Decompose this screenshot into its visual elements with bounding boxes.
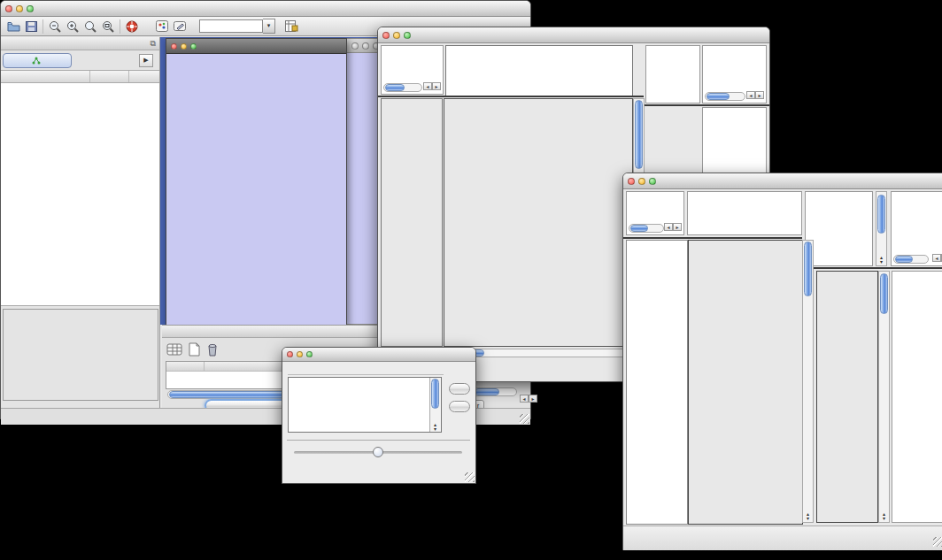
tv2-zoom-heatmap[interactable] [816, 271, 878, 523]
birdseye-view[interactable] [3, 309, 158, 401]
dialog-titlebar[interactable] [282, 348, 475, 362]
network-table [1, 83, 159, 138]
tv2-view-status-title [627, 192, 683, 194]
zoom-button[interactable] [404, 32, 411, 39]
tv1-usage-hints-panel: ◂▸ [702, 45, 767, 104]
dialog-resize-grip[interactable] [465, 472, 475, 482]
control-panel: ⧉ ▶ [1, 37, 160, 408]
tv1-column-dendrogram[interactable] [445, 45, 633, 96]
zoom-selected-icon[interactable] [81, 19, 99, 35]
slider-thumb[interactable] [373, 447, 383, 457]
zoom-in-icon[interactable] [64, 19, 81, 35]
data-col-id[interactable] [166, 362, 205, 371]
tv1-row-dendrogram[interactable] [381, 98, 443, 347]
attribute-listbox: ▴▾ [288, 377, 442, 433]
tv1-heatmap[interactable] [444, 98, 633, 347]
network-view-canvas[interactable] [166, 54, 344, 324]
map-colors-dialog: ▴▾ [282, 347, 476, 484]
tv2-usage-hints-panel: ◂▸ [891, 191, 942, 266]
close-button[interactable] [5, 5, 12, 12]
tv2-heatmap[interactable] [688, 240, 803, 525]
tv2-column-tree-area[interactable] [687, 191, 802, 235]
zoom-button[interactable] [190, 43, 197, 50]
search-dropdown-button[interactable]: ▾ [263, 19, 275, 34]
window-resize-grip[interactable] [520, 414, 529, 424]
help-icon[interactable] [123, 19, 141, 35]
treeview2-titlebar[interactable] [623, 173, 942, 189]
data-panel-right-scrollbar[interactable]: ◂▸ [473, 387, 517, 396]
tv2-usage-hints-scrollbar[interactable] [893, 255, 929, 264]
network-view-window [166, 38, 347, 325]
tab-network[interactable] [3, 53, 72, 68]
network-tab-icon [32, 57, 41, 65]
plugin-panel-icon[interactable] [153, 19, 171, 35]
col-header-network[interactable] [1, 71, 90, 82]
minimize-button[interactable] [16, 5, 23, 12]
attribute-select-icon[interactable] [166, 342, 182, 360]
tv2-view-status-panel: ◂▸ [626, 191, 684, 235]
treeview2-window: ◂▸ ▴▾ ◂▸ ▴▾ ▴▾ [622, 173, 942, 550]
tv1-matrix-label-panel [645, 45, 700, 104]
edit-panel-icon[interactable] [171, 19, 189, 35]
open-folder-icon[interactable] [4, 19, 22, 35]
tv2-column-label-panel [805, 191, 873, 266]
animation-speed-group [287, 440, 470, 464]
tab-vizmapper[interactable] [73, 54, 137, 67]
delete-attribute-icon[interactable] [206, 342, 219, 360]
network-view-titlebar[interactable] [166, 39, 346, 54]
tv2-heatmap-v-scrollbar[interactable]: ▴▾ [802, 240, 814, 523]
minimize-button[interactable] [181, 43, 187, 50]
tv2-label-v-scrollbar[interactable]: ▴▾ [876, 191, 887, 266]
move-up-button[interactable] [449, 383, 470, 395]
col-header-nodes[interactable] [90, 71, 129, 82]
treeview2-resize-grip[interactable] [933, 537, 942, 547]
tv2-zoom-v-scrollbar[interactable]: ▴▾ [878, 271, 890, 523]
main-titlebar[interactable] [1, 1, 530, 17]
tv1-cluster-matrix[interactable] [647, 109, 695, 151]
save-icon[interactable] [22, 19, 40, 35]
zoom-button[interactable] [649, 178, 656, 185]
zoom-button[interactable] [306, 351, 313, 357]
tv1-usage-hints-title [703, 46, 766, 48]
tv1-view-status-scrollbar[interactable] [383, 83, 422, 92]
zoom-out-icon[interactable] [46, 19, 64, 35]
treeview1-titlebar[interactable] [378, 27, 769, 43]
tv2-gene-list [892, 271, 942, 523]
tv1-view-status-panel: ◂▸ [381, 45, 444, 95]
tab-overflow-button[interactable]: ▶ [139, 54, 153, 67]
search-input[interactable] [199, 19, 263, 33]
tv2-row-dendrogram[interactable] [626, 240, 688, 525]
tv2-view-status-scrollbar[interactable] [629, 224, 664, 233]
float-panel-icon[interactable]: ⧉ [151, 39, 156, 49]
tv1-view-status-title [382, 46, 443, 48]
minimize-button[interactable] [393, 32, 400, 39]
close-button[interactable] [628, 178, 635, 185]
tv1-usage-hints-scrollbar[interactable] [705, 92, 745, 101]
zoom-button[interactable] [27, 5, 34, 12]
close-button[interactable] [382, 32, 390, 39]
close-button[interactable] [171, 43, 177, 50]
minimize-button[interactable] [297, 351, 303, 357]
animation-speed-slider[interactable] [294, 451, 462, 454]
new-attribute-icon[interactable] [188, 342, 201, 360]
move-down-button[interactable] [449, 401, 470, 412]
attribute-table-icon[interactable] [282, 19, 300, 35]
col-header-edges[interactable] [129, 71, 159, 82]
zoom-fit-icon[interactable] [99, 19, 117, 35]
attribute-list-scrollbar[interactable]: ▴▾ [429, 378, 441, 432]
minimize-button[interactable] [638, 178, 645, 185]
tv2-usage-hints-title [892, 192, 942, 194]
close-button[interactable] [287, 351, 293, 357]
tv2-button-bar [623, 525, 942, 550]
